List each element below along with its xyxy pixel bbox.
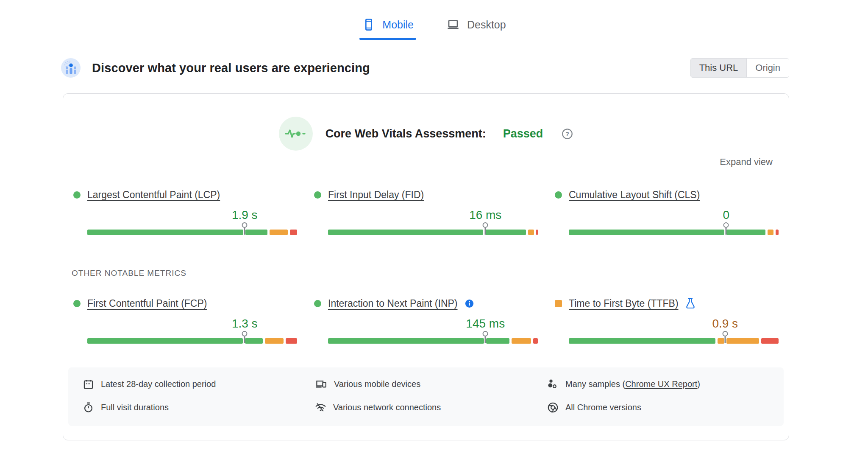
info-icon[interactable] [465,299,474,308]
metric-cls-segment-1 [726,230,765,235]
metric-inp-link[interactable]: Interaction to Next Paint (INP) [328,298,458,309]
footer-item-devices: Various mobile devices [315,378,539,390]
metric-lcp-value-row: 1.9 s [87,202,297,224]
metric-cls-bar [569,230,779,235]
metric-fid-value-row: 16 ms [328,202,538,224]
expand-view-row: Expand view [63,157,789,168]
core-web-vitals-grid: Largest Contentful Paint (LCP)1.9 sFirst… [63,188,789,235]
metric-lcp-status-bullet [73,191,81,199]
metric-inp-distribution: 145 ms [328,310,538,344]
metric-fcp-value: 1.3 s [232,317,258,331]
footer-item-calendar: Latest 28-day collection period [83,378,306,390]
laptop-icon [446,18,460,31]
tab-mobile[interactable]: Mobile [359,14,416,40]
metric-fcp-value-row: 1.3 s [87,310,297,332]
flask-icon[interactable] [685,298,696,309]
footer-item-text: All Chrome versions [565,403,641,412]
metric-inp-status-bullet [314,300,321,307]
calendar-icon [83,378,94,390]
metric-inp: Interaction to Next Paint (INP)145 ms [314,297,538,344]
metric-fcp-p75-marker [242,331,248,343]
metric-ttfb-distribution: 0.9 s [569,310,779,344]
metric-cls-segment-0 [569,230,724,235]
footer-item-chrome: All Chrome versions [547,402,771,413]
metric-lcp-p75-marker [242,222,248,235]
metric-inp-value-row: 145 ms [328,310,538,332]
help-icon[interactable]: ? [562,128,573,140]
metric-fcp-link[interactable]: First Contentful Paint (FCP) [87,298,207,309]
metric-ttfb-link[interactable]: Time to First Byte (TTFB) [569,298,679,309]
svg-text:?: ? [565,130,569,137]
footer-item-text: Latest 28-day collection period [101,379,216,389]
stopwatch-icon [83,402,94,413]
metric-inp-segment-3 [533,338,538,344]
metric-lcp-segment-0 [87,230,243,235]
metric-lcp-link[interactable]: Largest Contentful Paint (LCP) [87,189,220,201]
section-divider [63,259,789,259]
metric-cls-value-row: 0 [569,202,779,224]
metric-lcp-distribution: 1.9 s [87,202,297,235]
metric-fcp-distribution: 1.3 s [87,310,297,344]
metric-fcp-bar [87,338,297,344]
metric-cls-segment-2 [768,230,773,235]
metric-fid-distribution: 16 ms [328,202,538,235]
metric-fcp-label-row: First Contentful Paint (FCP) [73,297,297,310]
metric-fid-link[interactable]: First Input Delay (FID) [328,189,424,201]
metric-inp-label-row: Interaction to Next Paint (INP) [314,297,538,310]
metric-fid-segment-3 [536,230,538,235]
metric-cls-distribution: 0 [569,202,779,235]
metric-ttfb-status-bullet [555,300,562,307]
footer-item-stopwatch: Full visit durations [83,402,306,413]
pulse-icon [279,117,313,151]
footer-item-text: Various network connections [333,403,441,412]
metric-fcp-segment-1 [245,338,263,344]
metric-fcp: First Contentful Paint (FCP)1.3 s [73,297,297,344]
metric-ttfb-value-row: 0.9 s [569,310,779,332]
metric-cls-p75-marker [723,222,729,235]
footer-item-text: Full visit durations [101,403,169,412]
collection-info-footer: Latest 28-day collection periodVarious m… [68,367,784,426]
metric-fid: First Input Delay (FID)16 ms [314,188,538,235]
footer-text-suffix: ) [697,379,700,389]
metric-inp-segment-2 [512,338,531,344]
metric-cls-status-bullet [555,191,562,199]
metric-cls: Cumulative Layout Shift (CLS)0 [555,188,779,235]
samples-icon [547,378,559,390]
metric-ttfb-segment-0 [569,338,715,344]
metric-ttfb-segment-3 [761,338,779,344]
metric-cls-link[interactable]: Cumulative Layout Shift (CLS) [569,189,700,201]
metric-fcp-status-bullet [73,300,81,307]
tab-desktop[interactable]: Desktop [443,14,509,40]
metric-cls-segment-3 [776,230,779,235]
metric-fcp-segment-2 [265,338,283,344]
footer-item-network: Various network connections [315,402,539,413]
cwv-assessment-title: Core Web Vitals Assessment: [326,127,486,140]
metric-ttfb-p75-marker [722,331,728,343]
device-tabs: Mobile Desktop [0,14,868,40]
scope-toggle: This URL Origin [690,58,789,78]
footer-item-text: Various mobile devices [334,379,420,389]
network-icon [315,402,326,413]
metric-lcp-segment-2 [270,230,288,235]
real-users-icon [61,58,81,78]
metric-lcp-value: 1.9 s [232,208,258,222]
devices-icon [315,378,327,390]
chrome-ux-report-link[interactable]: Chrome UX Report [625,379,697,389]
other-metrics-heading: OTHER NOTABLE METRICS [72,269,789,278]
other-metrics-grid: First Contentful Paint (FCP)1.3 sInterac… [63,297,789,344]
metric-ttfb-bar [569,338,779,344]
metric-fid-segment-0 [328,230,483,235]
metric-lcp-segment-1 [245,230,268,235]
metric-fcp-segment-0 [87,338,243,344]
metric-fid-status-bullet [314,191,321,199]
expand-view-link[interactable]: Expand view [720,157,773,168]
metric-fid-segment-1 [485,230,526,235]
metric-fcp-segment-3 [286,338,297,344]
cwv-assessment-result: Passed [503,127,543,140]
metric-inp-segment-0 [328,338,484,344]
scope-option-this-url[interactable]: This URL [691,59,747,77]
metric-lcp-bar [87,230,297,235]
footer-item-text: Many samples (Chrome UX Report) [565,379,700,389]
field-data-card: Core Web Vitals Assessment: Passed ? Exp… [63,93,789,440]
scope-option-origin[interactable]: Origin [746,59,789,77]
